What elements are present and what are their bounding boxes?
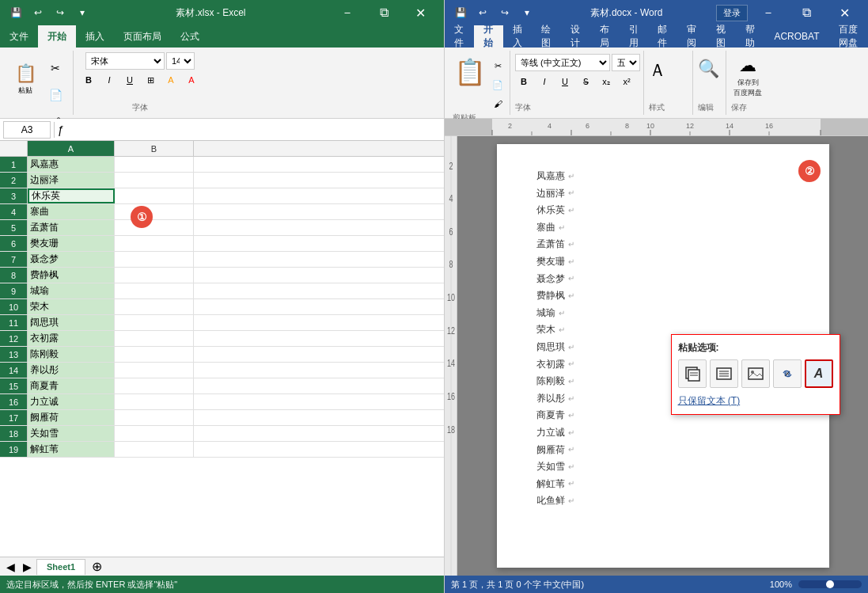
excel-save-icon[interactable]: 💾 <box>6 3 25 22</box>
excel-cell-a4[interactable]: 寨曲 <box>28 204 115 219</box>
paste-keep-source-btn[interactable] <box>678 359 707 388</box>
excel-cell-a2[interactable]: 边丽泽 <box>28 173 115 188</box>
word-find-btn[interactable]: 🔍 <box>698 59 722 79</box>
word-subscript-btn[interactable]: x₂ <box>597 73 615 90</box>
word-bold-btn[interactable]: B <box>515 73 533 90</box>
word-tab-baidu[interactable]: 百度网盘 <box>829 25 868 48</box>
excel-cell-b8[interactable] <box>115 268 194 283</box>
excel-row-13-num[interactable]: 13 <box>0 347 28 362</box>
excel-cell-a5[interactable]: 孟萧笛 <box>28 220 115 235</box>
excel-font-selector[interactable]: 宋体 <box>85 52 165 70</box>
excel-cell-b13[interactable] <box>115 347 194 362</box>
excel-row-14-num[interactable]: 14 <box>0 363 28 378</box>
excel-close-btn[interactable]: ✕ <box>403 0 438 25</box>
excel-tab-insert[interactable]: 插入 <box>76 25 114 48</box>
excel-row-10-num[interactable]: 10 <box>0 299 28 314</box>
excel-cell-b3[interactable] <box>115 188 194 203</box>
excel-cell-b18[interactable] <box>115 426 194 441</box>
excel-row-18-num[interactable]: 18 <box>0 426 28 441</box>
word-scroll-area[interactable]: 凤嘉惠↵ 边丽泽↵ 休乐英↵ 寨曲↵ 孟萧笛↵ 樊友珊↵ 聂念梦↵ 费静枫↵ 城… <box>457 136 868 576</box>
paste-text-only-label[interactable]: 只保留文本 (T) <box>678 394 833 408</box>
word-tab-design[interactable]: 设计 <box>561 25 590 48</box>
excel-row-7-num[interactable]: 7 <box>0 252 28 267</box>
excel-row-4-num[interactable]: 4 <box>0 204 28 219</box>
excel-add-sheet-btn[interactable]: ◀ <box>3 561 18 573</box>
excel-row-1-num[interactable]: 1 <box>0 157 28 172</box>
excel-formula-input[interactable] <box>67 124 441 135</box>
word-paste-btn[interactable]: 📋 <box>453 55 487 89</box>
word-tab-insert[interactable]: 插入 <box>503 25 533 48</box>
excel-size-selector[interactable]: 14 <box>166 52 195 70</box>
word-undo-icon[interactable]: ↩ <box>473 3 492 22</box>
excel-cell-a3[interactable]: 休乐英 <box>28 188 115 203</box>
word-save-cloud-label[interactable]: 保存到百度网盘 <box>733 78 762 98</box>
excel-cell-b7[interactable] <box>115 252 194 267</box>
word-styles-btn[interactable]: Ａ <box>649 59 689 82</box>
excel-cell-a8[interactable]: 费静枫 <box>28 268 115 283</box>
word-tab-ref[interactable]: 引用 <box>620 25 649 48</box>
excel-cell-a9[interactable]: 城瑜 <box>28 283 115 298</box>
word-tab-draw[interactable]: 绘图 <box>532 25 561 48</box>
excel-row-5-num[interactable]: 5 <box>0 220 28 235</box>
word-save-icon[interactable]: 💾 <box>451 3 470 22</box>
excel-tab-file[interactable]: 文件 <box>0 25 38 48</box>
excel-paste-btn[interactable]: 📋粘贴 <box>9 55 41 103</box>
excel-restore-btn[interactable]: ⧉ <box>366 0 401 25</box>
excel-row-19-num[interactable]: 19 <box>0 442 28 457</box>
excel-cell-b1[interactable] <box>115 157 194 172</box>
excel-border-btn[interactable]: ⊞ <box>142 71 159 89</box>
word-redo-icon[interactable]: ↪ <box>495 3 514 22</box>
word-underline-btn[interactable]: U <box>556 73 574 90</box>
excel-cell-b5[interactable] <box>115 220 194 235</box>
word-tab-file[interactable]: 文件 <box>445 25 474 48</box>
paste-link-btn[interactable] <box>773 359 802 388</box>
excel-more-icon[interactable]: ▾ <box>73 3 92 22</box>
excel-underline-btn[interactable]: U <box>121 71 138 89</box>
excel-minimize-btn[interactable]: － <box>330 0 365 25</box>
excel-col-a-header[interactable]: A <box>28 141 115 156</box>
excel-cell-b11[interactable] <box>115 315 194 330</box>
excel-col-b-header[interactable]: B <box>115 141 194 156</box>
excel-tab-formula[interactable]: 公式 <box>171 25 209 48</box>
excel-row-12-num[interactable]: 12 <box>0 331 28 346</box>
paste-text-only-btn[interactable]: A <box>805 359 833 388</box>
word-italic-btn[interactable]: I <box>536 73 553 90</box>
excel-color-btn[interactable]: A <box>183 71 200 89</box>
word-tab-layout[interactable]: 布局 <box>590 25 620 48</box>
excel-cell-a7[interactable]: 聂念梦 <box>28 252 115 267</box>
excel-cell-a18[interactable]: 关如雪 <box>28 426 115 441</box>
paste-picture-btn[interactable] <box>741 359 770 388</box>
excel-row-11-num[interactable]: 11 <box>0 315 28 330</box>
excel-cell-b10[interactable] <box>115 299 194 314</box>
excel-row-16-num[interactable]: 16 <box>0 394 28 409</box>
word-tab-mail[interactable]: 邮件 <box>648 25 677 48</box>
word-tab-review[interactable]: 审阅 <box>677 25 707 48</box>
excel-cut-btn[interactable]: ✂ <box>43 55 68 81</box>
word-minimize-btn[interactable]: － <box>751 0 786 25</box>
excel-fill-btn[interactable]: A <box>162 71 180 89</box>
word-cut-btn[interactable]: ✂ <box>489 57 506 74</box>
excel-cell-ref[interactable] <box>3 121 51 139</box>
excel-cell-a13[interactable]: 陈刚毅 <box>28 347 115 362</box>
excel-cell-b15[interactable] <box>115 378 194 393</box>
word-zoom-slider[interactable] <box>798 580 862 588</box>
excel-func-btn[interactable]: ƒ <box>58 124 64 136</box>
excel-cell-b17[interactable] <box>115 410 194 425</box>
word-strikethrough-btn[interactable]: S̶ <box>577 73 594 90</box>
excel-cell-b19[interactable] <box>115 442 194 457</box>
word-tab-help[interactable]: 帮助 <box>736 25 765 48</box>
excel-sheet1-tab[interactable]: Sheet1 <box>36 559 85 575</box>
excel-tab-home[interactable]: 开始 <box>38 25 76 48</box>
word-tab-view[interactable]: 视图 <box>707 25 736 48</box>
excel-cell-b6[interactable] <box>115 236 194 251</box>
excel-add-sheet-icon[interactable]: ⊕ <box>87 557 107 576</box>
word-login-btn[interactable]: 登录 <box>716 5 748 21</box>
excel-row-17-num[interactable]: 17 <box>0 410 28 425</box>
word-tab-acrobat[interactable]: ACROBAT <box>764 25 828 48</box>
excel-cell-b4[interactable] <box>115 204 194 219</box>
excel-cell-a1[interactable]: 凤嘉惠 <box>28 157 115 172</box>
word-format-paint-btn[interactable]: 🖌 <box>489 95 506 112</box>
excel-cell-b12[interactable] <box>115 331 194 346</box>
excel-cell-b9[interactable] <box>115 283 194 298</box>
excel-row-8-num[interactable]: 8 <box>0 268 28 283</box>
